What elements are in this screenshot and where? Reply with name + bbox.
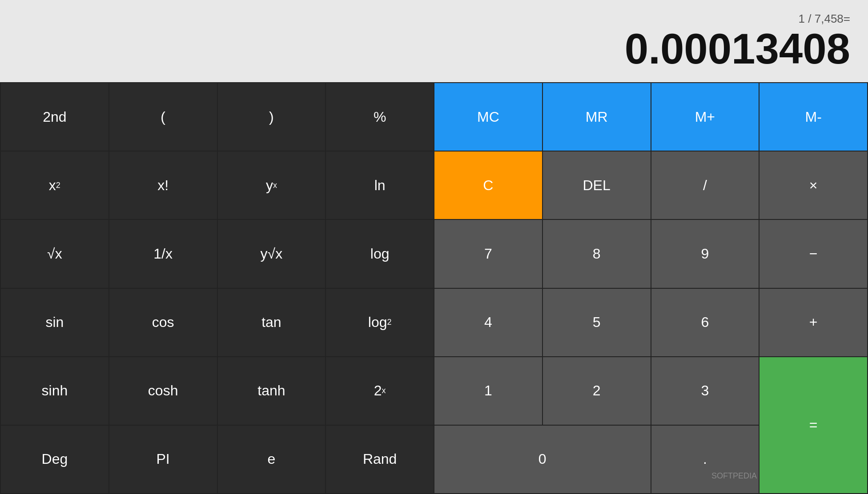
calculator-grid: 2nd ( ) % MC MR M+ M- x2 x! yx ln C DEL … [0, 82, 868, 494]
btn-2x[interactable]: 2x [326, 357, 434, 425]
btn-ysqrtx[interactable]: y√x [218, 220, 326, 287]
btn-4[interactable]: 4 [434, 289, 542, 356]
btn-1[interactable]: 1 [434, 357, 542, 425]
btn-subtract[interactable]: − [760, 220, 867, 287]
btn-close-paren[interactable]: ) [218, 83, 326, 151]
btn-c[interactable]: C [434, 151, 542, 219]
btn-8[interactable]: 8 [543, 220, 651, 287]
btn-mc[interactable]: MC [434, 83, 542, 151]
btn-percent[interactable]: % [326, 83, 434, 151]
btn-rand[interactable]: Rand [326, 426, 434, 493]
btn-2[interactable]: 2 [543, 357, 651, 425]
btn-sqrt[interactable]: √x [1, 220, 108, 287]
btn-e[interactable]: e [218, 426, 326, 493]
btn-sin[interactable]: sin [1, 289, 108, 356]
btn-divide[interactable]: / [651, 151, 759, 219]
display-area: 1 / 7,458= 0.00013408 [0, 0, 868, 82]
btn-inv[interactable]: 1/x [109, 220, 217, 287]
btn-multiply[interactable]: × [760, 151, 867, 219]
btn-log2[interactable]: log2 [326, 289, 434, 356]
btn-2nd[interactable]: 2nd [1, 83, 108, 151]
btn-del[interactable]: DEL [543, 151, 651, 219]
btn-0[interactable]: 0 [434, 426, 651, 493]
btn-tanh[interactable]: tanh [218, 357, 326, 425]
btn-ln[interactable]: ln [326, 151, 434, 219]
btn-5[interactable]: 5 [543, 289, 651, 356]
btn-cosh[interactable]: cosh [109, 357, 217, 425]
btn-equals[interactable]: = [760, 357, 867, 493]
btn-sinh[interactable]: sinh [1, 357, 108, 425]
btn-add[interactable]: + [760, 289, 867, 356]
btn-open-paren[interactable]: ( [109, 83, 217, 151]
btn-mminus[interactable]: M- [760, 83, 867, 151]
btn-pi[interactable]: PI [109, 426, 217, 493]
btn-log[interactable]: log [326, 220, 434, 287]
btn-decimal[interactable]: . [651, 426, 759, 493]
btn-3[interactable]: 3 [651, 357, 759, 425]
btn-mr[interactable]: MR [543, 83, 651, 151]
btn-mplus[interactable]: M+ [651, 83, 759, 151]
btn-x2[interactable]: x2 [1, 151, 108, 219]
btn-6[interactable]: 6 [651, 289, 759, 356]
btn-9[interactable]: 9 [651, 220, 759, 287]
btn-tan[interactable]: tan [218, 289, 326, 356]
history-display: 1 / 7,458= [799, 12, 850, 26]
btn-xfact[interactable]: x! [109, 151, 217, 219]
main-display: 0.00013408 [625, 28, 850, 70]
btn-deg[interactable]: Deg [1, 426, 108, 493]
btn-cos[interactable]: cos [109, 289, 217, 356]
btn-yx[interactable]: yx [218, 151, 326, 219]
btn-7[interactable]: 7 [434, 220, 542, 287]
